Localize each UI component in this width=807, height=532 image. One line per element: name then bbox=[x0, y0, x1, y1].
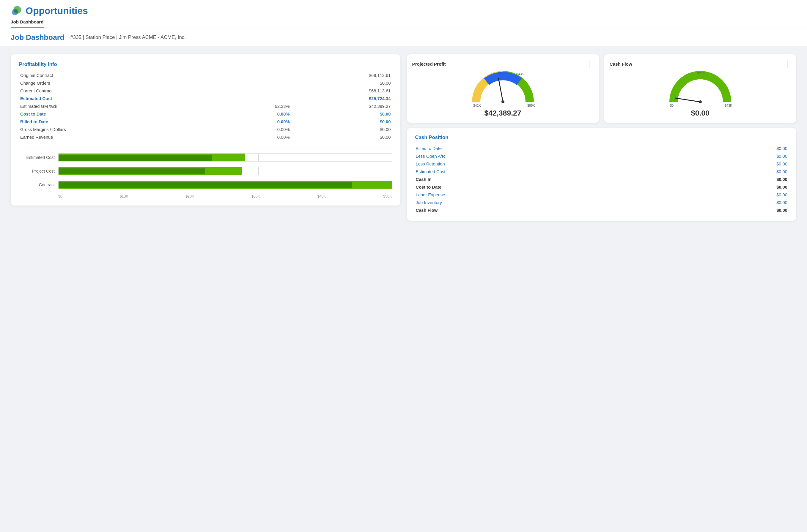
x-axis-label: $20K bbox=[185, 194, 194, 198]
profitability-row: Estimated GM %/$62.23%$42,389.27 bbox=[19, 102, 392, 110]
prof-value: $25,724.34 bbox=[291, 95, 392, 102]
prof-pct bbox=[219, 79, 291, 87]
x-axis-label: $0 bbox=[58, 194, 62, 198]
prof-label: Gross Margins / Dollars bbox=[19, 126, 219, 133]
x-axis-label: $10K bbox=[120, 194, 128, 198]
profitability-row: Earned Revenue0.00%$0.00 bbox=[19, 133, 392, 141]
svg-text:$42K: $42K bbox=[473, 104, 481, 107]
leaf-logo bbox=[11, 6, 21, 16]
x-axis-label: $30K bbox=[252, 194, 260, 198]
cash-value: $0.00 bbox=[683, 175, 788, 183]
prof-pct: 0.00% bbox=[219, 126, 291, 133]
cash-value: $0.00 bbox=[683, 206, 788, 214]
app-header: Opportunities Job Dashboard bbox=[0, 0, 807, 28]
bar-row: Estimated Cost bbox=[19, 153, 392, 162]
projected-profit-value: $42,389.27 bbox=[484, 109, 521, 117]
projected-profit-menu[interactable]: ⋮ bbox=[587, 60, 593, 68]
bar-grid-line bbox=[258, 167, 259, 175]
profitability-row: Change Orders$0.00 bbox=[19, 79, 392, 87]
prof-pct: 62.23% bbox=[219, 102, 291, 110]
profitability-row: Cost to Date0.00%$0.00 bbox=[19, 110, 392, 118]
cash-value: $0.00 bbox=[683, 145, 788, 152]
bar-fill-dark bbox=[58, 182, 352, 188]
profitability-row: Billed to Date0.00%$0.00 bbox=[19, 118, 392, 126]
cash-label: Cash Flow bbox=[415, 206, 683, 214]
cash-position-table: Billed to Date$0.00Less Open A/R$0.00Les… bbox=[415, 145, 788, 214]
bar-label: Estimated Cost bbox=[19, 155, 55, 160]
page-header: Job Dashboard #335 | Station Place | Jim… bbox=[0, 28, 807, 46]
app-title: Opportunities bbox=[25, 5, 88, 16]
bar-fill-dark bbox=[58, 155, 212, 161]
svg-point-10 bbox=[699, 100, 702, 103]
bar-row: Project Cost bbox=[19, 167, 392, 175]
prof-pct bbox=[219, 95, 291, 102]
prof-value: $68,113.61 bbox=[291, 72, 392, 79]
prof-label: Estimated Cost bbox=[19, 95, 219, 102]
svg-text:$43K: $43K bbox=[725, 104, 732, 107]
bar-grid-line bbox=[258, 154, 259, 161]
cash-label: Less Open A/R bbox=[415, 152, 683, 160]
cash-position-row: Job Inventory$0.00 bbox=[415, 199, 788, 206]
cash-flow-card: Cash Flow ⋮ $0 $21K $43K bbox=[604, 54, 796, 123]
cash-value: $0.00 bbox=[683, 160, 788, 168]
prof-label: Estimated GM %/$ bbox=[19, 102, 219, 110]
svg-point-2 bbox=[14, 9, 18, 13]
cash-label: Cost to Date bbox=[415, 183, 683, 191]
prof-value: $0.00 bbox=[291, 110, 392, 118]
bar-grid-line bbox=[325, 167, 325, 175]
svg-point-4 bbox=[501, 100, 505, 103]
prof-label: Cost to Date bbox=[19, 110, 219, 118]
prof-value: $0.00 bbox=[291, 126, 392, 133]
profitability-card: Profitability Info Original Contract$68,… bbox=[11, 54, 400, 206]
cash-flow-menu[interactable]: ⋮ bbox=[784, 60, 791, 68]
prof-pct: 0.00% bbox=[219, 110, 291, 118]
bar-grid-line bbox=[392, 167, 392, 175]
cash-position-row: Labor Expense$0.00 bbox=[415, 191, 788, 199]
prof-value: $0.00 bbox=[291, 79, 392, 87]
prof-value: $68,113.61 bbox=[291, 87, 392, 95]
profitability-row: Current Contract$68,113.61 bbox=[19, 87, 392, 95]
bar-chart-section: Estimated CostProject CostContract $0$10… bbox=[19, 148, 392, 198]
bar-grid-line bbox=[392, 154, 392, 161]
projected-profit-gauge: $42K $43K $0 $85K bbox=[470, 69, 536, 108]
page-subtitle: #335 | Station Place | Jim Press ACME - … bbox=[70, 35, 186, 40]
prof-pct bbox=[219, 72, 291, 79]
svg-text:$43K: $43K bbox=[516, 72, 524, 76]
svg-text:$85K: $85K bbox=[527, 104, 535, 107]
cash-position-card: Cash Position Billed to Date$0.00Less Op… bbox=[407, 128, 796, 221]
bar-track bbox=[58, 153, 392, 162]
cash-position-row: Cash In$0.00 bbox=[415, 175, 788, 183]
svg-text:$21K: $21K bbox=[697, 71, 705, 75]
prof-value: $0.00 bbox=[291, 133, 392, 141]
cash-position-row: Billed to Date$0.00 bbox=[415, 145, 788, 152]
profitability-title: Profitability Info bbox=[19, 61, 392, 68]
profitability-row: Estimated Cost$25,724.34 bbox=[19, 95, 392, 102]
cash-label: Billed to Date bbox=[415, 145, 683, 152]
svg-line-3 bbox=[498, 78, 503, 102]
cash-label: Job Inventory bbox=[415, 199, 683, 206]
bar-grid-line bbox=[325, 154, 325, 161]
prof-label: Earned Revenue bbox=[19, 133, 219, 141]
nav-job-dashboard[interactable]: Job Dashboard bbox=[11, 19, 44, 27]
svg-line-9 bbox=[675, 98, 700, 102]
prof-label: Change Orders bbox=[19, 79, 219, 87]
cash-position-row: Less Retention$0.00 bbox=[415, 160, 788, 168]
svg-text:$0: $0 bbox=[498, 71, 502, 75]
cash-label: Less Retention bbox=[415, 160, 683, 168]
profitability-row: Gross Margins / Dollars0.00%$0.00 bbox=[19, 126, 392, 133]
cash-flow-title: Cash Flow bbox=[610, 61, 632, 66]
bar-track bbox=[58, 180, 392, 189]
projected-profit-title: Projected Profit bbox=[412, 61, 446, 66]
cash-value: $0.00 bbox=[683, 191, 788, 199]
cash-flow-value: $0.00 bbox=[691, 109, 710, 117]
cash-value: $0.00 bbox=[683, 168, 788, 175]
cash-label: Labor Expense bbox=[415, 191, 683, 199]
prof-value: $42,389.27 bbox=[291, 102, 392, 110]
prof-pct: 0.00% bbox=[219, 118, 291, 126]
bar-label: Contract bbox=[19, 183, 55, 187]
cash-value: $0.00 bbox=[683, 152, 788, 160]
prof-pct bbox=[219, 87, 291, 95]
page-title: Job Dashboard bbox=[11, 33, 65, 42]
profitability-table: Original Contract$68,113.61Change Orders… bbox=[19, 72, 392, 141]
cash-position-row: Cash Flow$0.00 bbox=[415, 206, 788, 214]
